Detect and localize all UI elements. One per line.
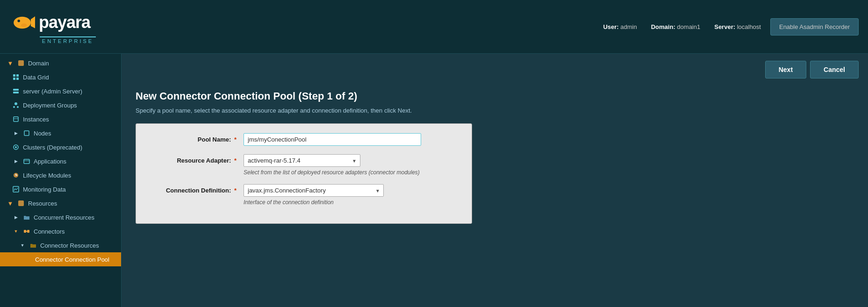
next-button[interactable]: Next	[765, 61, 806, 79]
sidebar-item-concurrent-label: Concurrent Resources	[34, 214, 94, 221]
pool-name-row: Pool Name: *	[148, 133, 460, 146]
triangle-concurrent-icon: ▶	[12, 214, 20, 221]
sidebar-item-applications[interactable]: ▶ Applications	[0, 154, 121, 168]
svg-point-2	[17, 20, 20, 22]
svg-point-12	[13, 106, 15, 108]
svg-rect-23	[18, 200, 24, 206]
sidebar-item-deployment-groups[interactable]: Deployment Groups	[0, 98, 121, 112]
svg-point-11	[14, 102, 17, 105]
svg-point-0	[14, 16, 31, 29]
page-title: New Connector Connection Pool (Step 1 of…	[136, 90, 854, 102]
triangle-resources-icon: ▼	[7, 200, 14, 207]
logo-enterprise-text: ENTERPRISE	[40, 36, 96, 44]
sidebar-item-applications-label: Applications	[34, 158, 66, 165]
sidebar: ▼ Domain Data Grid server (Admin Server)	[0, 54, 122, 307]
sidebar-item-monitoring-label: Monitoring Data	[23, 186, 66, 193]
svg-marker-1	[31, 15, 35, 29]
main-content: Next Cancel New Connector Connection Poo…	[122, 54, 868, 307]
sidebar-item-server-label: server (Admin Server)	[23, 88, 82, 95]
triangle-connectors-icon: ▼	[12, 228, 20, 235]
main-layout: ▼ Domain Data Grid server (Admin Server)	[0, 54, 868, 307]
sidebar-item-connectors-label: Connectors	[34, 228, 65, 235]
enable-recorder-button[interactable]: Enable Asadmin Recorder	[770, 18, 859, 36]
svg-rect-6	[16, 74, 19, 77]
resource-adapter-hint: Select from the list of deployed resourc…	[244, 169, 460, 176]
sidebar-item-instances[interactable]: Instances	[0, 112, 121, 126]
instances-icon	[12, 115, 20, 123]
svg-rect-5	[13, 74, 15, 77]
svg-rect-14	[14, 117, 18, 121]
connection-definition-select[interactable]: javax.jms.ConnectionFactory	[244, 184, 384, 197]
sidebar-item-clusters[interactable]: Clusters (Deprecated)	[0, 140, 121, 154]
svg-rect-16	[24, 131, 29, 136]
sidebar-item-server[interactable]: server (Admin Server)	[0, 84, 121, 98]
sidebar-item-lifecycle[interactable]: Lifecycle Modules	[0, 168, 121, 182]
sidebar-item-instances-label: Instances	[23, 116, 49, 123]
cancel-button[interactable]: Cancel	[810, 61, 859, 79]
sidebar-item-nodes-label: Nodes	[34, 130, 51, 137]
connection-definition-required: *	[234, 187, 237, 194]
pool-name-required: *	[234, 136, 237, 143]
data-grid-icon	[12, 73, 20, 81]
app-header: payara ENTERPRISE User: admin Domain: do…	[0, 0, 868, 54]
server-icon	[12, 87, 20, 95]
form-area: New Connector Connection Pool (Step 1 of…	[122, 86, 868, 238]
sidebar-item-concurrent[interactable]: ▶ Concurrent Resources	[0, 210, 121, 224]
server-info: Server: localhost	[714, 23, 761, 30]
sidebar-item-connector-connection-pool-label: Connector Connection Pool	[35, 256, 109, 263]
pool-name-field	[244, 133, 460, 146]
sidebar-item-connector-resources[interactable]: ▼ Connector Resources	[0, 238, 121, 252]
resource-adapter-select[interactable]: activemq-rar-5.17.4	[244, 154, 360, 167]
svg-point-3	[21, 23, 27, 27]
pool-name-label: Pool Name: *	[148, 133, 237, 143]
triangle-right-apps-icon: ▶	[12, 157, 20, 165]
sidebar-item-resources-label: Resources	[28, 200, 57, 207]
sidebar-item-monitoring[interactable]: Monitoring Data	[0, 182, 121, 196]
resource-adapter-select-wrapper: activemq-rar-5.17.4 ▼	[244, 154, 360, 167]
svg-rect-9	[13, 89, 19, 91]
triangle-right-icon: ▶	[12, 129, 20, 137]
page-subtitle: Specify a pool name, select the associat…	[136, 107, 854, 114]
sidebar-item-domain[interactable]: ▼ Domain	[0, 56, 121, 70]
svg-rect-25	[27, 230, 29, 233]
triangle-down-icon: ▼	[7, 59, 14, 67]
svg-rect-7	[13, 78, 15, 80]
connection-definition-select-wrapper: javax.jms.ConnectionFactory ▼	[244, 184, 384, 197]
sidebar-item-lifecycle-label: Lifecycle Modules	[23, 172, 71, 179]
resource-adapter-field: activemq-rar-5.17.4 ▼ Select from the li…	[244, 154, 460, 176]
svg-rect-24	[24, 230, 26, 233]
sidebar-item-deployment-groups-label: Deployment Groups	[23, 102, 77, 109]
user-info: User: admin	[603, 23, 637, 30]
monitoring-icon	[12, 186, 20, 193]
payara-fish-icon	[9, 10, 35, 36]
connectors-icon	[23, 228, 30, 235]
resources-icon	[17, 200, 25, 207]
header-info: User: admin Domain: domain1 Server: loca…	[603, 23, 761, 30]
pool-name-input[interactable]	[244, 133, 421, 146]
logo-area: payara ENTERPRISE	[9, 10, 96, 44]
domain-info: Domain: domain1	[651, 23, 701, 30]
resource-adapter-row: Resource Adapter: * activemq-rar-5.17.4 …	[148, 154, 460, 176]
sidebar-item-connectors[interactable]: ▼ Connectors	[0, 224, 121, 238]
nodes-icon	[23, 129, 30, 137]
svg-point-13	[17, 106, 19, 108]
form-box: Pool Name: * Resource Adapter: *	[136, 123, 472, 224]
lifecycle-icon	[12, 171, 20, 179]
resource-adapter-required: *	[234, 157, 237, 164]
sidebar-item-data-grid-label: Data Grid	[23, 74, 49, 81]
svg-point-18	[15, 146, 17, 148]
domain-icon	[17, 59, 25, 67]
logo-name-text: payara	[39, 13, 90, 32]
sidebar-item-nodes[interactable]: ▶ Nodes	[0, 126, 121, 140]
deployment-groups-icon	[12, 101, 20, 109]
sidebar-item-connector-connection-pool[interactable]: Connector Connection Pool	[0, 252, 121, 266]
triangle-conn-res-icon: ▼	[19, 242, 26, 249]
svg-rect-19	[24, 159, 29, 164]
sidebar-item-resources[interactable]: ▼ Resources	[0, 196, 121, 210]
connection-definition-field: javax.jms.ConnectionFactory ▼ Interface …	[244, 184, 460, 206]
sidebar-item-connector-resources-label: Connector Resources	[40, 242, 99, 249]
sidebar-item-domain-label: Domain	[28, 60, 49, 67]
svg-rect-10	[13, 92, 19, 93]
svg-rect-8	[16, 78, 19, 80]
sidebar-item-data-grid[interactable]: Data Grid	[0, 70, 121, 84]
